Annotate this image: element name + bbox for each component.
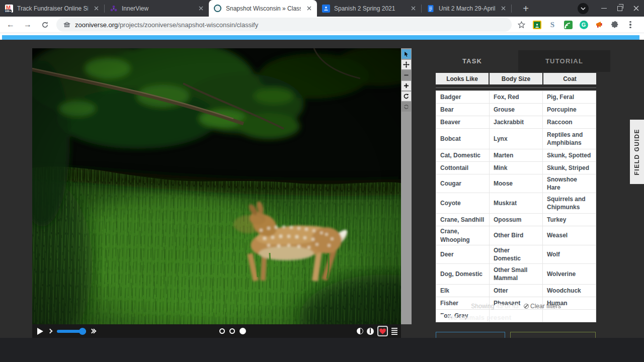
- species-cell[interactable]: Wolf: [543, 245, 596, 263]
- species-cell[interactable]: Snowshoe Hare: [543, 174, 596, 193]
- species-cell[interactable]: Raccoon: [543, 116, 596, 129]
- tab-separator: [511, 5, 512, 13]
- speed-chevron-icon[interactable]: [48, 329, 53, 334]
- species-cell[interactable]: Porcupine: [543, 104, 596, 116]
- filter-body-size-button[interactable]: Body Size: [490, 73, 542, 84]
- species-cell[interactable]: Turkey: [543, 214, 596, 226]
- species-cell[interactable]: Crane, Whooping: [436, 226, 490, 245]
- species-cell[interactable]: Other Bird: [490, 226, 543, 245]
- reset-view-button[interactable]: [401, 102, 411, 112]
- profile-menu-button[interactable]: [578, 3, 589, 14]
- close-icon[interactable]: [92, 5, 100, 13]
- species-cell[interactable]: Other Small Mammal: [490, 264, 543, 285]
- minimize-button[interactable]: [596, 0, 612, 17]
- species-cell[interactable]: Cougar: [436, 174, 490, 193]
- slider-thumb[interactable]: [79, 328, 86, 335]
- species-cell[interactable]: Otter: [490, 285, 543, 297]
- close-icon[interactable]: [197, 5, 205, 13]
- frame-dot-2[interactable]: [229, 328, 235, 334]
- zoom-in-button[interactable]: [401, 81, 411, 90]
- restore-button[interactable]: [612, 0, 628, 17]
- filter-coat-button[interactable]: Coat: [543, 73, 596, 84]
- species-cell[interactable]: Coyote: [436, 193, 490, 214]
- close-icon[interactable]: [305, 5, 313, 13]
- annotate-tool-button[interactable]: [401, 49, 411, 59]
- extensions-puzzle-icon[interactable]: [609, 19, 621, 31]
- species-cell[interactable]: Dog, Domestic: [436, 264, 490, 285]
- rotate-button[interactable]: [401, 92, 411, 101]
- bookmark-star-icon[interactable]: [515, 19, 527, 31]
- species-cell[interactable]: Opossum: [490, 214, 543, 226]
- species-cell[interactable]: Badger: [436, 91, 490, 104]
- species-cell[interactable]: Wolverine: [543, 264, 596, 285]
- species-cell[interactable]: Bear: [436, 104, 490, 116]
- invert-colors-icon[interactable]: [357, 328, 363, 334]
- close-icon[interactable]: [499, 5, 507, 13]
- cast-extension-icon[interactable]: [562, 19, 574, 31]
- tab-tutorial[interactable]: TUTORIAL: [518, 50, 610, 72]
- tab-innerview[interactable]: InnerView: [105, 0, 209, 17]
- close-window-button[interactable]: [628, 0, 644, 17]
- filter-looks-like-button[interactable]: Looks Like: [436, 73, 489, 84]
- tab-gmail[interactable]: M100+ Track Fundraiser Online Sign u: [0, 0, 104, 17]
- metadata-info-icon[interactable]: [367, 328, 374, 335]
- new-tab-button[interactable]: +: [519, 2, 533, 16]
- species-cell[interactable]: Skunk, Striped: [543, 162, 596, 174]
- species-cell[interactable]: Jackrabbit: [490, 116, 543, 129]
- species-cell[interactable]: Muskrat: [490, 193, 543, 214]
- species-cell[interactable]: Moose: [490, 174, 543, 193]
- no-animals-label[interactable]: No animals present: [448, 314, 511, 321]
- species-cell[interactable]: Pig, Feral: [543, 91, 596, 104]
- species-cell[interactable]: Reptiles and Amphibians: [543, 129, 596, 149]
- species-cell[interactable]: Fox, Red: [490, 91, 543, 104]
- frame-dot-1[interactable]: [219, 328, 225, 334]
- species-cell[interactable]: Cat, Domestic: [436, 149, 490, 162]
- no-animals-checkbox[interactable]: [437, 314, 444, 321]
- play-icon[interactable]: [37, 328, 43, 335]
- species-cell[interactable]: Other Domestic: [490, 245, 543, 263]
- species-cell[interactable]: Skunk, Spotted: [543, 149, 596, 162]
- move-tool-button[interactable]: [401, 60, 411, 69]
- tab-google-docs[interactable]: Unit 2 March 29-April 1st - Goo: [422, 0, 511, 17]
- species-cell[interactable]: Woodchuck: [543, 285, 596, 297]
- frame-dot-3-current[interactable]: [239, 328, 246, 334]
- tab-spanish-classroom[interactable]: Spanish 2 Spring 2021: [317, 0, 421, 17]
- species-cell[interactable]: Lynx: [490, 129, 543, 149]
- forward-icon[interactable]: →: [21, 18, 34, 31]
- species-cell[interactable]: Deer: [436, 245, 490, 263]
- close-icon[interactable]: [409, 5, 417, 13]
- browser-menu-icon[interactable]: [624, 19, 636, 31]
- species-cell[interactable]: Weasel: [543, 226, 596, 245]
- zoom-out-button[interactable]: [401, 70, 411, 80]
- site-info-icon[interactable]: [63, 21, 70, 28]
- species-cell[interactable]: Squirrels and Chipmunks: [543, 193, 596, 214]
- subject-image-fawn[interactable]: [32, 48, 401, 324]
- megaphone-extension-icon[interactable]: [593, 19, 605, 31]
- species-cell[interactable]: Marten: [490, 149, 543, 162]
- back-icon[interactable]: ←: [4, 18, 17, 31]
- grammarly-extension-icon[interactable]: G: [578, 19, 590, 31]
- address-bar[interactable]: zooniverse.org/projects/zooniverse/snaps…: [56, 18, 512, 32]
- species-cell[interactable]: Crane, Sandhill: [436, 214, 490, 226]
- species-cell[interactable]: Cottontail: [436, 162, 490, 174]
- tab-task[interactable]: TASK: [426, 50, 518, 72]
- task-secondary-button[interactable]: [436, 332, 505, 338]
- securly-extension-icon[interactable]: S: [546, 19, 558, 31]
- field-guide-tab[interactable]: FIELD GUIDE: [630, 120, 644, 184]
- species-cell[interactable]: Elk: [436, 285, 490, 297]
- browser-toolbar: ← → zooniverse.org/projects/zooniverse/s…: [0, 17, 644, 33]
- collections-menu-icon[interactable]: [391, 328, 397, 335]
- classroom-extension-icon[interactable]: [531, 19, 543, 31]
- favorite-heart-button[interactable]: [377, 326, 388, 336]
- species-cell[interactable]: Bobcat: [436, 129, 490, 149]
- species-cell[interactable]: Grouse: [490, 104, 543, 116]
- tab-snapshot-wisconsin-active[interactable]: Snapshot Wisconsin » Classify: [209, 0, 317, 17]
- species-cell[interactable]: [543, 310, 596, 322]
- fast-forward-icon[interactable]: [90, 329, 96, 333]
- clear-filters-button[interactable]: Clear filters: [524, 303, 561, 310]
- playback-slider[interactable]: [57, 330, 86, 333]
- species-cell[interactable]: Mink: [490, 162, 543, 174]
- task-primary-button[interactable]: [510, 332, 596, 338]
- species-cell[interactable]: Beaver: [436, 116, 490, 129]
- reload-icon[interactable]: [38, 18, 51, 31]
